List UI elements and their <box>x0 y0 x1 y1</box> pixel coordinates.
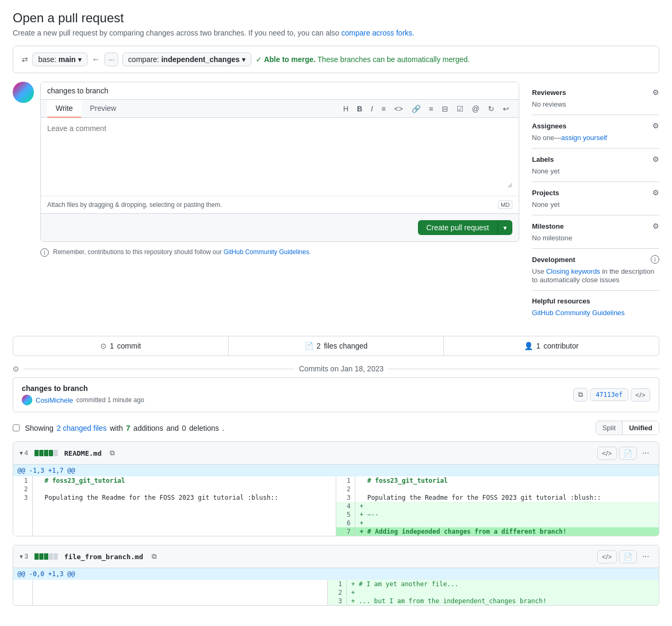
left-content <box>32 519 336 527</box>
file-more-options-btn[interactable]: ··· <box>639 446 652 460</box>
addition-block <box>34 450 39 456</box>
merge-dots-button[interactable]: ··· <box>104 53 118 66</box>
diff-row: 3 Populating the Readme for the FOSS 202… <box>13 493 659 502</box>
left-line-num: 1 <box>13 476 32 485</box>
view-file-btn[interactable]: 📄 <box>619 447 637 460</box>
stats-bar: ⊙ 1 commit 📄 2 files changed 👤 1 contrib… <box>13 336 659 356</box>
write-tab[interactable]: Write <box>47 100 81 118</box>
left-content <box>32 597 328 605</box>
diff-row: 6 + <box>13 519 659 527</box>
toolbar-quote-btn[interactable]: ≡ <box>378 102 389 115</box>
sidebar-labels-section: Labels ⚙ None yet <box>532 149 659 182</box>
toolbar-code-btn[interactable]: <> <box>391 102 406 115</box>
copy-commit-btn[interactable]: ⧉ <box>573 388 588 402</box>
contributors-stat: 👤 1 contributor <box>444 336 659 355</box>
base-branch-value: main <box>58 55 76 64</box>
file-diff-readme: ▾ 4 README.md ⧉ </> 📄 ··· <box>13 441 659 536</box>
diff-summary-left: Showing 2 changed files with 7 additions… <box>13 424 224 432</box>
view-branch-code-btn[interactable]: </> <box>597 550 617 563</box>
changed-files-link[interactable]: 2 changed files <box>57 424 107 432</box>
file-additions-indicator <box>34 553 58 560</box>
copy-filename-btn[interactable]: ⧉ <box>106 447 119 459</box>
create-pr-dropdown-button[interactable]: ▾ <box>498 220 512 235</box>
projects-gear-icon[interactable]: ⚙ <box>652 188 659 197</box>
sidebar-milestone-title: Milestone <box>532 222 564 230</box>
assignees-gear-icon[interactable]: ⚙ <box>652 121 659 130</box>
reviewers-gear-icon[interactable]: ⚙ <box>652 88 659 97</box>
base-chevron-icon: ▾ <box>78 55 82 64</box>
base-branch-button[interactable]: base: main ▾ <box>32 53 88 66</box>
sidebar-projects-section: Projects ⚙ None yet <box>532 182 659 215</box>
preview-tab[interactable]: Preview <box>81 100 125 118</box>
file-diff-branch-header: ▾ 3 file_from_branch.md ⧉ </> 📄 ··· <box>13 545 659 568</box>
copy-branch-filename-btn[interactable]: ⧉ <box>147 550 161 563</box>
community-guidelines-link[interactable]: GitHub Community Guidelines <box>224 248 309 256</box>
right-content: + <box>355 519 659 527</box>
right-line-num: 3 <box>336 493 355 502</box>
file-diff-branch-actions: </> 📄 ··· <box>597 550 652 563</box>
sidebar-projects-value: None yet <box>532 201 560 208</box>
diff-row: 2 + <box>13 588 659 597</box>
addition-block <box>39 450 43 456</box>
commits-stat: ⊙ 1 commit <box>13 336 229 355</box>
compare-branch-value: independent_changes <box>161 55 240 64</box>
toolbar-bold-btn[interactable]: B <box>354 102 365 115</box>
browse-code-button[interactable]: </> <box>631 388 650 402</box>
toolbar-ref-btn[interactable]: ↻ <box>485 102 498 115</box>
info-bar: i Remember, contributions to this reposi… <box>13 248 519 257</box>
left-content <box>32 588 328 597</box>
toolbar-heading-btn[interactable]: H <box>340 102 352 115</box>
diff-row: 1 + # I am yet another file... <box>13 580 659 588</box>
showing-text: Showing <box>25 424 54 432</box>
compare-chevron-icon: ▾ <box>242 55 246 64</box>
assign-yourself-link[interactable]: assign yourself <box>561 134 607 142</box>
right-line-num: 6 <box>336 519 355 527</box>
community-guidelines-sidebar-link[interactable]: GitHub Community Guidelines <box>532 309 625 317</box>
toolbar-link-btn[interactable]: 🔗 <box>408 102 424 115</box>
labels-gear-icon[interactable]: ⚙ <box>652 155 659 163</box>
sidebar-helpful-section: Helpful resources GitHub Community Guide… <box>532 291 659 323</box>
commit-author-link[interactable]: CosiMichele <box>36 396 73 404</box>
toolbar-task-btn[interactable]: ☑ <box>453 102 467 115</box>
view-branch-file-btn[interactable]: 📄 <box>619 550 637 563</box>
unified-view-button[interactable]: Unified <box>623 421 659 434</box>
compare-icon: ⇄ <box>22 55 28 64</box>
diff-row: 1 # foss23_git_tutorial 1 # foss23_git_t… <box>13 476 659 485</box>
attach-text: Attach files by dragging & dropping, sel… <box>47 201 222 208</box>
diff-hunk-row: @@ -0,0 +1,3 @@ <box>13 568 659 580</box>
view-file-code-btn[interactable]: </> <box>597 447 617 460</box>
compare-branch-button[interactable]: compare: independent_changes ▾ <box>123 53 251 66</box>
deletions-label: deletions <box>189 424 219 432</box>
file-additions-indicator <box>34 450 58 456</box>
left-content <box>32 502 336 510</box>
commit-meta: CosiMichele committed 1 minute ago <box>22 395 567 405</box>
user-avatar <box>13 82 34 103</box>
create-pr-button[interactable]: Create pull request <box>418 220 498 235</box>
diff-row: 7 + # Adding independed changes from a d… <box>13 527 659 536</box>
split-view-button[interactable]: Split <box>596 421 623 434</box>
right-line-num: 1 <box>328 580 347 588</box>
toolbar-italic-btn[interactable]: I <box>368 102 376 115</box>
toolbar-ul-btn[interactable]: ≡ <box>426 102 437 115</box>
diff-row: 5 + —-- <box>13 510 659 519</box>
comment-textarea[interactable] <box>47 124 512 188</box>
file-branch-collapse-toggle[interactable]: ▾ 3 <box>20 553 28 560</box>
commit-icon: ⊙ <box>100 342 107 350</box>
commits-icon: ⊙ <box>13 364 19 373</box>
toolbar-ol-btn[interactable]: ⊟ <box>439 102 451 115</box>
left-line-num: 3 <box>13 493 32 502</box>
toolbar-mention-btn[interactable]: @ <box>469 102 483 115</box>
toolbar-reply-btn[interactable]: ↩ <box>500 102 512 115</box>
milestone-gear-icon[interactable]: ⚙ <box>652 222 659 230</box>
closing-keywords-link[interactable]: Closing keywords <box>546 267 600 275</box>
file-collapse-toggle[interactable]: ▾ 4 <box>20 449 28 457</box>
pr-title-input[interactable] <box>41 82 519 100</box>
pr-form: Write Preview H B I ≡ <> 🔗 ≡ ⊟ ☑ @ <box>40 82 519 242</box>
right-line-num: 3 <box>328 597 347 605</box>
file-branch-more-options-btn[interactable]: ··· <box>639 550 652 563</box>
diff-select-all[interactable] <box>13 424 20 431</box>
diff-summary: Showing 2 changed files with 7 additions… <box>13 421 659 435</box>
compare-forks-link[interactable]: compare across forks. <box>341 29 414 37</box>
sidebar-reviewers-value: No reviews <box>532 100 566 108</box>
commit-hash-button[interactable]: 47113ef <box>590 388 629 401</box>
